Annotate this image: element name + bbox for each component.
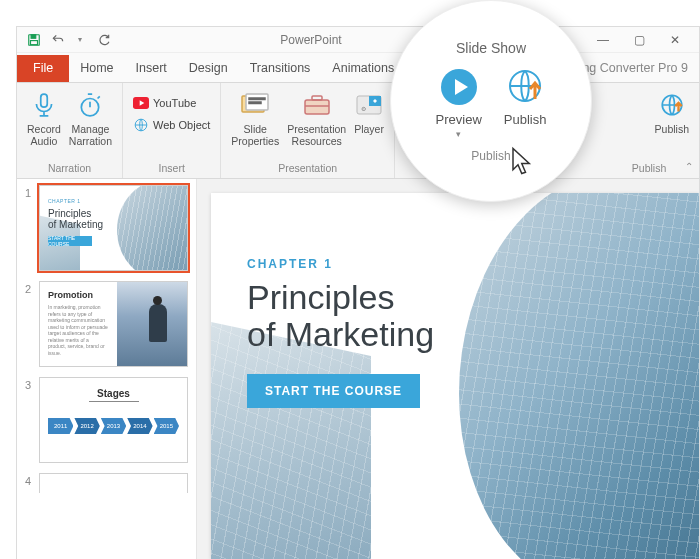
building-graphic-right [459,193,699,559]
powerpoint-window: ▾ PowerPoint — ▢ ✕ File Home Insert Desi… [16,26,700,559]
slide-properties-button[interactable]: Slide Properties [227,87,283,149]
mouse-cursor-icon [510,146,536,179]
youtube-icon [133,95,149,111]
tab-design[interactable]: Design [178,55,239,82]
group-insert: YouTube Web Object Insert [123,83,221,178]
globe-icon [133,117,149,133]
tab-transitions[interactable]: Transitions [239,55,322,82]
manage-narration-button[interactable]: Manage Narration [65,87,116,149]
svg-rect-12 [312,96,322,100]
tab-home[interactable]: Home [69,55,124,82]
slide-chapter-label: CHAPTER 1 [247,257,434,271]
record-audio-button[interactable]: Record Audio [23,87,65,149]
thumbnail-slide-1[interactable]: CHAPTER 1 Principles of Marketing START … [39,185,188,271]
publish-button[interactable]: Publish [651,87,693,137]
briefcase-icon [303,89,331,121]
group-narration: Record Audio Manage Narration Narration [17,83,123,178]
web-object-button[interactable]: Web Object [129,115,214,135]
thumbnail-slide-4[interactable] [39,473,188,493]
restore-button[interactable]: ▢ [621,28,657,52]
preview-button-zoomed[interactable]: Preview ▾ [436,66,482,139]
play-icon [439,66,479,108]
group-label-insert: Insert [129,160,214,176]
ribbon-tabs: File Home Insert Design Transitions Anim… [17,53,699,83]
zoom-callout: Slide Show Preview ▾ Publish Publish [390,0,592,202]
callout-group-label: Publish [471,149,510,163]
ribbon: Record Audio Manage Narration Narration [17,83,699,179]
microphone-icon [31,89,57,121]
svg-rect-3 [41,94,48,107]
player-icon: ⚙ [355,89,383,121]
start-course-button[interactable]: START THE COURSE [247,374,420,408]
thumb-number: 2 [25,281,39,367]
titlebar: ▾ PowerPoint — ▢ ✕ [17,27,699,53]
publish-button-zoomed[interactable]: Publish [504,66,547,139]
redo-button[interactable] [93,29,115,51]
thumb-number: 1 [25,185,39,271]
slide-heading: Principles of Marketing [247,279,434,354]
svg-rect-1 [31,34,36,38]
tab-insert[interactable]: Insert [125,55,178,82]
stopwatch-icon [77,89,103,121]
save-button[interactable] [23,29,45,51]
thumbnail-slide-3[interactable]: Stages 2011 2012 2013 2014 2015 [39,377,188,463]
svg-text:⚙: ⚙ [361,106,366,112]
group-label-publish: Publish [605,160,693,176]
group-label-presentation: Presentation [227,160,388,176]
tab-file[interactable]: File [17,55,69,82]
svg-rect-10 [249,102,261,104]
svg-rect-11 [305,100,329,114]
svg-rect-9 [249,98,265,100]
publish-globe-icon [505,66,545,108]
workspace: 1 CHAPTER 1 Principles of Marketing STAR… [17,179,699,559]
slide-editor[interactable]: CHAPTER 1 Principles of Marketing START … [197,179,699,559]
player-button[interactable]: ⚙ Player [350,87,388,149]
close-button[interactable]: ✕ [657,28,693,52]
group-presentation: Slide Properties Presentation Resources … [221,83,395,178]
slide-canvas[interactable]: CHAPTER 1 Principles of Marketing START … [211,193,699,559]
callout-title: Slide Show [456,40,526,56]
slide-thumbnails: 1 CHAPTER 1 Principles of Marketing STAR… [17,179,197,559]
minimize-button[interactable]: — [585,28,621,52]
publish-globe-icon [659,89,685,121]
collapse-ribbon-button[interactable]: ⌃ [685,161,693,172]
thumb-number: 3 [25,377,39,463]
dropdown-caret-icon[interactable]: ▾ [456,129,461,139]
group-label-narration: Narration [23,160,116,176]
svg-point-4 [82,99,99,116]
thumb-number: 4 [25,473,39,493]
youtube-button[interactable]: YouTube [129,93,214,113]
presentation-resources-button[interactable]: Presentation Resources [283,87,350,149]
thumbnail-slide-2[interactable]: Promotion In marketing, promotion refers… [39,281,188,367]
undo-dropdown[interactable]: ▾ [69,29,91,51]
slide-properties-icon [241,89,269,121]
undo-button[interactable] [47,29,69,51]
svg-rect-2 [31,40,38,44]
